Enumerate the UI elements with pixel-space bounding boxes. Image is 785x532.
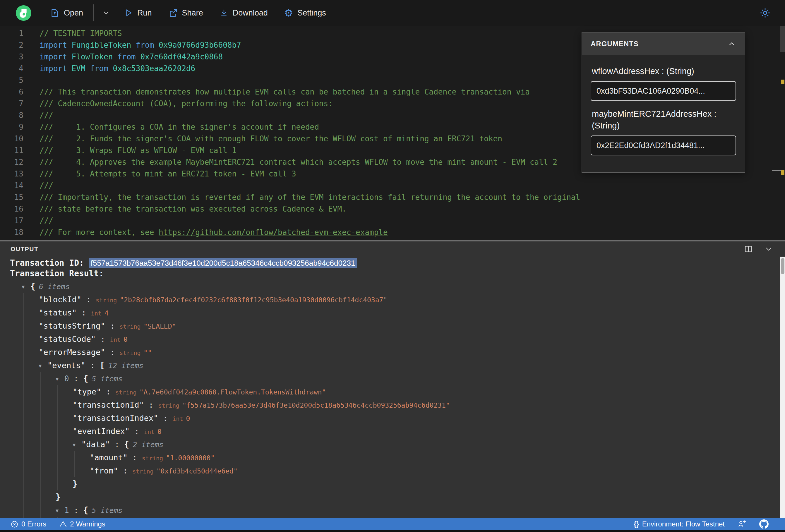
flow-runner-app: { "topbar": { "open": "Open", "run": "Ru… (0, 0, 785, 532)
line-number: 3 (0, 51, 23, 62)
indent-guide (74, 451, 75, 477)
run-button[interactable]: Run (124, 8, 152, 18)
download-icon (220, 8, 228, 17)
environment-status[interactable]: {} Environment: Flow Testnet (634, 520, 725, 528)
line-number: 16 (0, 203, 23, 215)
editor-scrollbar-thumb[interactable] (780, 26, 785, 52)
json-row-data: ▼"data" : {2 items (10, 438, 785, 451)
line-number: 1 (0, 27, 23, 39)
collapse-chevron-up-icon[interactable] (727, 40, 736, 48)
warning-marker (781, 80, 784, 84)
errors-status[interactable]: 0 Errors (10, 520, 46, 528)
arguments-header[interactable]: ARGUMENTS (582, 32, 745, 55)
warnings-status[interactable]: 2 Warnings (59, 520, 105, 528)
collapse-toggle-icon[interactable]: ▼ (73, 438, 81, 452)
error-icon (10, 520, 19, 528)
download-label: Download (233, 8, 268, 18)
indent-guide (23, 293, 24, 518)
json-row-from: "from" : string"0xfd3b4cd50d44e6ed" (10, 464, 785, 477)
arguments-title: ARGUMENTS (591, 40, 639, 48)
collapse-toggle-icon[interactable]: ▼ (22, 280, 30, 294)
open-button[interactable]: Open (50, 8, 83, 18)
collapse-toggle-icon[interactable]: ▼ (56, 504, 65, 517)
json-row-root: ▼{6 items (10, 280, 785, 293)
output-scrollbar-thumb[interactable] (781, 258, 784, 274)
line-number: 6 (0, 86, 23, 98)
settings-label: Settings (297, 8, 326, 18)
person-feedback-icon (738, 520, 746, 529)
warning-marker (781, 170, 784, 175)
share-button[interactable]: Share (168, 8, 203, 18)
output-title: OUTPUT (10, 246, 39, 253)
arguments-body: wflowAddressHex : (String) 0xd3bF53DAC10… (582, 55, 745, 172)
settings-button[interactable]: ⚙ Settings (284, 8, 326, 18)
arg2-input[interactable]: 0x2E2Ed0Cfd3AD2f1d34481... (591, 135, 736, 155)
line-number: 13 (0, 168, 23, 180)
line-number: 8 (0, 109, 23, 121)
toolbar-divider (93, 4, 94, 21)
json-row-type: "type" : string"A.7e60df042a9c0868.FlowT… (10, 385, 785, 398)
errors-label: 0 Errors (21, 520, 46, 528)
transaction-id-value[interactable]: f557a1573b76aa53e73d46f3e10d200d5c18a653… (89, 258, 357, 268)
line-number: 10 (0, 133, 23, 145)
json-row-statusString: "statusString" : string"SEALED" (10, 319, 785, 332)
json-row-transactionIndex: "transactionIndex" : int0 (10, 411, 785, 425)
warnings-label: 2 Warnings (70, 520, 105, 528)
json-row-close-data: } (10, 477, 785, 490)
line-number: 14 (0, 180, 23, 192)
transaction-result-label: Transaction Result: (10, 268, 785, 279)
collapse-output-chevron-icon[interactable] (764, 244, 773, 254)
line-number: 12 (0, 156, 23, 168)
json-row-close-event-0: } (10, 490, 785, 504)
code-line: 14/// (0, 180, 785, 192)
json-row-status: "status" : int4 (10, 306, 785, 319)
json-row-events: ▼"events" : [12 items (10, 359, 785, 372)
overview-cursor-marker (772, 170, 781, 171)
share-label: Share (182, 8, 203, 18)
indent-guide (41, 372, 41, 518)
json-row-amount: "amount" : string"1.00000000" (10, 451, 785, 464)
environment-label: Environment: Flow Testnet (642, 520, 725, 528)
run-label: Run (137, 8, 152, 18)
github-link[interactable]: https://github.com/onflow/batched-evm-ex… (159, 228, 388, 237)
line-number: 4 (0, 62, 23, 74)
arg1-input[interactable]: 0xd3bF53DAC106A0290B04... (591, 81, 736, 101)
collapse-toggle-icon[interactable]: ▼ (39, 359, 47, 373)
theme-toggle-sun-icon[interactable] (759, 7, 771, 19)
status-bar: 0 Errors 2 Warnings {} Environment: Flow… (0, 518, 785, 530)
flow-logo-icon (16, 5, 31, 21)
line-number: 18 (0, 227, 23, 238)
feedback-button[interactable] (738, 520, 746, 529)
arg1-label: wflowAddressHex : (String) (592, 65, 736, 77)
download-button[interactable]: Download (220, 8, 268, 18)
json-result-tree: ▼{6 items "blockId" : string"2b28cbfb87d… (10, 280, 785, 518)
collapse-toggle-icon[interactable]: ▼ (56, 373, 65, 386)
line-number: 15 (0, 192, 23, 203)
split-panel-icon[interactable] (744, 245, 753, 253)
braces-icon: {} (634, 520, 639, 528)
json-row-errorMessage: "errorMessage" : string"" (10, 346, 785, 359)
output-body: Transaction ID: f557a1573b76aa53e73d46f3… (0, 257, 785, 518)
output-header: OUTPUT (0, 242, 785, 257)
code-line: 18/// For more context, see https://gith… (0, 227, 785, 238)
json-row-event-0: ▼0 : {5 items (10, 372, 785, 385)
line-number: 2 (0, 39, 23, 51)
transaction-id-label: Transaction ID: (10, 258, 89, 268)
arg2-label: maybeMintERC721AddressHex : (String) (592, 108, 736, 131)
share-icon (168, 8, 178, 18)
top-toolbar: Open Run Share Download ⚙ (0, 0, 785, 26)
json-row-blockId: "blockId" : string"2b28cbfb87da2cfec4f02… (10, 293, 785, 306)
open-label: Open (64, 8, 83, 18)
line-number: 9 (0, 121, 23, 133)
open-dropdown-chevron-icon[interactable] (102, 8, 111, 17)
open-file-icon (50, 8, 59, 18)
json-row-transactionId: "transactionId" : string"f557a1573b76aa5… (10, 398, 785, 411)
indent-guide (57, 385, 58, 490)
line-number: 17 (0, 215, 23, 227)
warning-icon (59, 520, 67, 528)
output-panel: OUTPUT Transaction ID: f557a1573b76aa53e… (0, 242, 785, 518)
output-scrollbar[interactable] (780, 257, 785, 518)
transaction-id-line: Transaction ID: f557a1573b76aa53e73d46f3… (10, 258, 785, 268)
github-link-button[interactable] (759, 520, 768, 529)
json-row-statusCode: "statusCode" : int0 (10, 332, 785, 346)
